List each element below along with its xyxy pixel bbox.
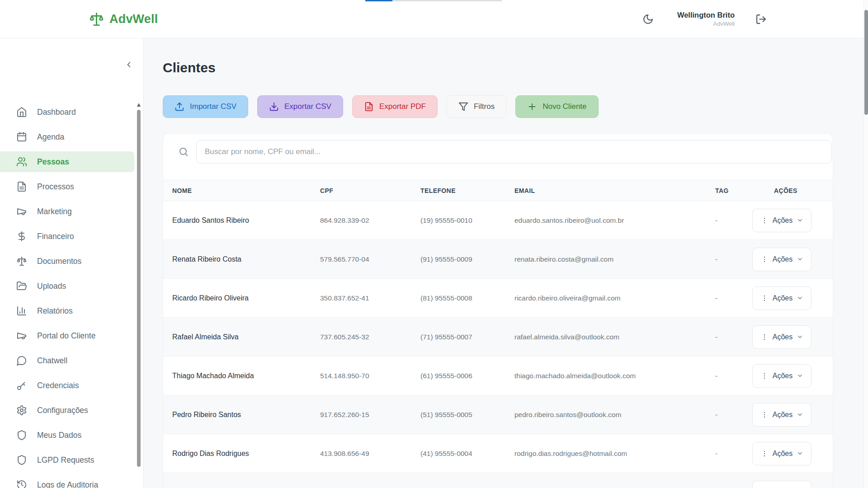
megaphone-icon [16, 206, 27, 217]
row-actions-button[interactable]: Ações [752, 442, 811, 465]
row-actions-button[interactable]: Ações [752, 286, 811, 310]
toolbar-button-label: Novo Cliente [542, 102, 586, 111]
cell-cpf: 413.908.656-49 [320, 450, 420, 458]
row-actions-button[interactable]: Ações [752, 403, 811, 427]
chevron-down-icon [797, 450, 803, 457]
sidebar-item-relatorios[interactable]: Relatórios [0, 300, 134, 321]
table-row: Marcelo Azevedo Machado 091.341.453-20 (… [163, 473, 833, 488]
sidebar-item-configuracoes[interactable]: Configurações [0, 400, 134, 421]
folder-open-icon [16, 281, 27, 291]
file-text-icon [364, 102, 374, 112]
sidebar-item-label: Pessoas [37, 157, 69, 167]
cell-telefone: (61) 95555-0006 [420, 372, 514, 380]
sidebar-item-label: Meus Dados [37, 431, 81, 440]
chevron-down-icon [797, 333, 803, 340]
sidebar-item-credenciais[interactable]: Credenciais [0, 375, 134, 396]
sidebar-item-financeiro[interactable]: Financeiro [0, 226, 134, 247]
sidebar-item-label: Marketing [37, 207, 72, 216]
page-scrollbar-thumb[interactable] [864, 10, 868, 115]
cell-nome: Eduardo Santos Ribeiro [172, 216, 320, 225]
dots-vertical-icon [760, 450, 769, 458]
toolbar-button-label: Exportar PDF [379, 102, 426, 111]
row-actions-button[interactable]: Ações [752, 325, 811, 349]
search-input[interactable] [196, 140, 832, 164]
row-actions-button[interactable]: Ações [752, 481, 811, 488]
user-name: Wellington Brito [677, 10, 735, 20]
megaphone-icon [16, 330, 27, 341]
sidebar-item-pessoas[interactable]: Pessoas [0, 151, 134, 172]
sidebar-nav: Dashboard Agenda Pessoas Processos Marke… [0, 102, 134, 488]
dots-vertical-icon [760, 216, 769, 225]
toolbar-button-exportar-pdf[interactable]: Exportar PDF [352, 95, 438, 118]
dots-vertical-icon [760, 333, 769, 341]
table-header: NOME CPF TELEFONE EMAIL TAG AÇÕES [163, 180, 833, 201]
row-actions-button[interactable]: Ações [752, 209, 811, 232]
scales-icon [89, 11, 104, 27]
sidebar-scrollbar[interactable] [137, 38, 141, 488]
user-org: AdvWell [677, 20, 735, 28]
toolbar-button-importar-csv[interactable]: Importar CSV [163, 95, 248, 118]
cell-telefone: (71) 95555-0007 [420, 333, 514, 341]
row-actions-button[interactable]: Ações [752, 248, 811, 271]
sidebar-item-marketing[interactable]: Marketing [0, 201, 134, 222]
message-circle-icon [16, 355, 27, 366]
toolbar-button-novo-cliente[interactable]: Novo Cliente [515, 95, 598, 118]
column-header: EMAIL [514, 187, 715, 194]
sidebar-item-chatwell[interactable]: Chatwell [0, 350, 134, 371]
sidebar-item-portal-do-cliente[interactable]: Portal do Cliente [0, 325, 134, 346]
clients-table: NOME CPF TELEFONE EMAIL TAG AÇÕES Eduard… [163, 180, 833, 488]
upload-icon [175, 102, 184, 112]
table-body: Eduardo Santos Ribeiro 864.928.339-02 (1… [163, 201, 833, 488]
sidebar-item-label: Financeiro [37, 232, 74, 241]
sidebar-item-documentos[interactable]: Documentos [0, 251, 134, 272]
table-row: Renata Ribeiro Costa 579.565.770-04 (91)… [163, 240, 833, 279]
sidebar-item-agenda[interactable]: Agenda [0, 127, 134, 147]
sidebar-item-label: Processos [37, 182, 74, 192]
user-info[interactable]: Wellington Brito AdvWell [677, 10, 735, 28]
file-text-icon [16, 181, 27, 192]
sidebar-item-label: Documentos [37, 257, 81, 266]
chevron-down-icon [797, 411, 803, 418]
page-scrollbar[interactable] [863, 0, 868, 488]
sidebar-item-label: Uploads [37, 282, 66, 291]
sidebar-item-lgpd-requests[interactable]: LGPD Requests [0, 450, 134, 470]
chevron-down-icon [797, 372, 803, 379]
sidebar-item-uploads[interactable]: Uploads [0, 276, 134, 296]
cell-cpf: 737.605.245-32 [320, 333, 420, 341]
cell-cpf: 514.148.950-70 [320, 372, 420, 380]
moon-icon [642, 14, 654, 25]
sidebar: Dashboard Agenda Pessoas Processos Marke… [0, 38, 144, 488]
sidebar-item-dashboard[interactable]: Dashboard [0, 102, 134, 122]
top-header: AdvWell Wellington Brito AdvWell [0, 0, 868, 38]
sidebar-scrollbar-thumb[interactable] [137, 110, 141, 467]
toolbar-button-exportar-csv[interactable]: Exportar CSV [257, 95, 343, 118]
logout-button[interactable] [753, 11, 769, 28]
cell-nome: Thiago Machado Almeida [172, 372, 320, 380]
actions-label: Ações [773, 294, 793, 302]
sidebar-collapse-button[interactable] [122, 57, 136, 72]
funnel-icon [458, 102, 468, 112]
sidebar-item-label: Credenciais [37, 381, 79, 390]
cell-email: rodrigo.dias.rodrigues@hotmail.com [514, 450, 715, 458]
bar-chart-icon [16, 305, 27, 316]
theme-toggle-button[interactable] [640, 11, 656, 28]
table-row: Ricardo Ribeiro Oliveira 350.837.652-41 … [163, 279, 833, 318]
cell-email: thiago.machado.almeida@outlook.com [514, 372, 715, 380]
cell-telefone: (51) 95555-0005 [420, 411, 514, 419]
sidebar-item-label: Chatwell [37, 356, 67, 366]
calendar-icon [16, 131, 27, 142]
chevron-down-icon [797, 295, 803, 301]
scroll-up-arrow-icon[interactable] [137, 103, 141, 107]
shield-icon [16, 430, 27, 441]
cell-email: ricardo.ribeiro.oliveira@gmail.com [514, 294, 715, 302]
sidebar-item-processos[interactable]: Processos [0, 176, 134, 197]
sidebar-item-logs-de-auditoria[interactable]: Logs de Auditoria [0, 474, 134, 488]
cell-email: rafael.almeida.silva@outlook.com [514, 333, 715, 341]
actions-label: Ações [773, 255, 793, 263]
sidebar-item-meus-dados[interactable]: Meus Dados [0, 425, 134, 446]
toolbar-button-filtros[interactable]: Filtros [447, 95, 506, 118]
loading-progress [365, 0, 392, 1]
sidebar-item-label: Agenda [37, 132, 64, 142]
dots-vertical-icon [760, 372, 769, 380]
row-actions-button[interactable]: Ações [752, 364, 811, 388]
